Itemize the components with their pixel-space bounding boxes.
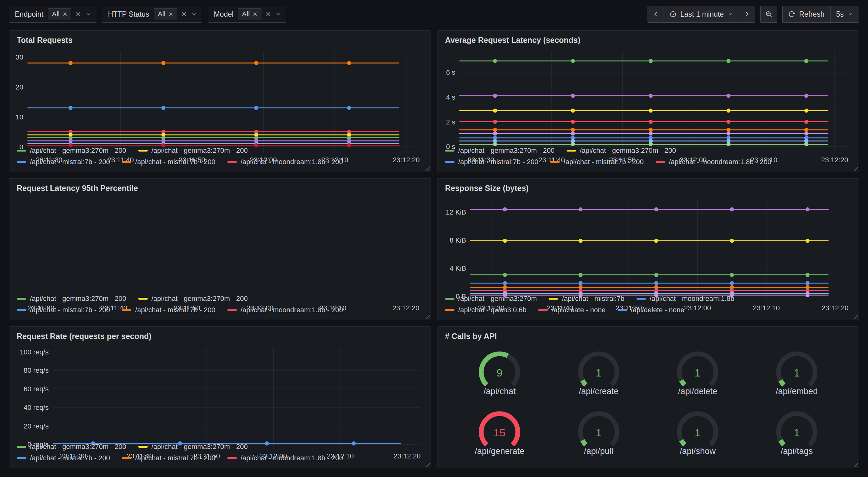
legend-item[interactable]: /api/chat - gemma3:270m - 200 — [17, 443, 126, 451]
legend-item[interactable]: /api/chat - mistral:7b - 200 — [17, 158, 110, 166]
gauge-arc: 1 — [769, 348, 825, 390]
filter-model-value-chip[interactable]: All × — [238, 8, 261, 20]
legend-label: /api/delete - none — [631, 306, 684, 314]
gauge-value: 1 — [695, 426, 701, 439]
gauge-arc: 1 — [570, 407, 627, 450]
remove-value-icon[interactable]: × — [63, 10, 67, 18]
clear-filter-icon[interactable]: × — [75, 10, 81, 19]
time-series-plot[interactable]: 0 B4 KiB8 KiB12 KiB23:11:3023:11:4023:11… — [442, 195, 854, 293]
time-range-picker[interactable]: Last 1 minute — [663, 6, 739, 23]
dashboard-toolbar: Endpoint All × × HTTP Status All × × Mod… — [0, 0, 868, 23]
svg-text:100 req/s: 100 req/s — [20, 348, 49, 356]
legend-item[interactable]: /api/chat - gemma3:270m - 200 — [445, 147, 555, 155]
time-series-plot[interactable]: 0 s2 s4 s6 s23:11:3023:11:4023:11:5023:1… — [442, 47, 854, 145]
legend-item[interactable]: /api/chat - mistral:7b — [549, 295, 624, 303]
chevron-down-icon[interactable] — [275, 11, 282, 17]
legend-item[interactable]: /api/chat - gemma3:270m - 200 — [567, 147, 676, 155]
legend-item[interactable]: /api/delete - none — [618, 306, 684, 314]
zoom-out-button[interactable] — [760, 6, 777, 23]
legend-item[interactable]: /api/chat - moondream:1.8b - 200 — [656, 158, 771, 166]
gauge-value: 9 — [497, 367, 503, 379]
dashboard-panel-grid: Total Requests 010203023:11:3023:11:4023… — [0, 23, 868, 477]
gauge-label: /api/show — [680, 446, 716, 456]
filter-model[interactable]: Model All × × — [208, 6, 286, 23]
legend-item[interactable]: /api/chat - mistral:7b - 200 — [122, 454, 215, 462]
legend-item[interactable]: /api/chat - mistral:7b - 200 — [122, 306, 215, 314]
zoom-out-icon — [765, 10, 773, 18]
time-controls: Last 1 minute Refresh 5s — [648, 6, 859, 23]
filter-http-status[interactable]: HTTP Status All × × — [102, 6, 202, 23]
chevron-down-icon[interactable] — [191, 11, 197, 17]
panel-title[interactable]: Request Rate (requests per second) — [9, 327, 431, 342]
legend-label: /api/chat - mistral:7b - 200 — [30, 454, 110, 462]
panel-title[interactable]: Total Requests — [9, 31, 431, 46]
series-color-swatch — [567, 150, 576, 152]
legend-item[interactable]: /api/chat - moondream:1.8b — [637, 295, 735, 303]
panel-title[interactable]: # Calls by API — [437, 327, 859, 342]
legend-row: /api/chat - gemma3:270m/api/chat - mistr… — [445, 295, 851, 303]
legend-label: /api/chat - gemma3:270m - 200 — [30, 295, 126, 303]
legend-item[interactable]: /api/chat - mistral:7b - 200 — [445, 158, 538, 166]
legend-item[interactable]: /api/chat - qwen3:0.6b — [445, 306, 526, 314]
filter-endpoint[interactable]: Endpoint All × × — [9, 6, 96, 23]
legend-label: /api/chat - moondream:1.8b — [650, 295, 735, 303]
remove-value-icon[interactable]: × — [168, 10, 173, 18]
clock-icon — [670, 11, 677, 18]
legend-label: /api/chat - gemma3:270m - 200 — [152, 295, 248, 303]
legend-item[interactable]: /api/chat - gemma3:270m - 200 — [138, 443, 248, 451]
filter-model-label: Model — [214, 10, 234, 19]
filter-endpoint-value-chip[interactable]: All × — [48, 8, 71, 20]
time-series-plot[interactable]: 23:11:3023:11:4023:11:5023:12:0023:12:10… — [14, 195, 426, 293]
series-color-swatch — [550, 161, 560, 163]
gauge-label: /api/embed — [776, 387, 818, 396]
filter-http-status-value-chip[interactable]: All × — [154, 8, 177, 20]
series-color-swatch — [227, 161, 237, 163]
legend-item[interactable]: /api/chat - gemma3:270m - 200 — [17, 147, 126, 155]
legend-item[interactable]: /api/create - none — [538, 306, 605, 314]
legend-label: /api/chat - mistral:7b — [562, 295, 624, 303]
chevron-down-icon[interactable] — [85, 11, 92, 17]
legend-item[interactable]: /api/chat - mistral:7b - 200 — [122, 158, 215, 166]
gauge-api-embed: 1/api/embed — [769, 348, 825, 396]
svg-text:20: 20 — [16, 83, 23, 91]
panel-title[interactable]: Response Size (bytes) — [437, 179, 859, 194]
legend-item[interactable]: /api/chat - moondream:1.8b - 200 — [227, 306, 343, 314]
legend-label: /api/chat - mistral:7b - 200 — [135, 454, 215, 462]
panel-title[interactable]: Request Latency 95th Percentile — [9, 179, 431, 194]
time-range-label: Last 1 minute — [680, 10, 724, 19]
legend-item[interactable]: /api/chat - mistral:7b - 200 — [17, 306, 110, 314]
time-series-plot[interactable]: 010203023:11:3023:11:4023:11:5023:12:002… — [14, 47, 426, 145]
filter-http-status-label: HTTP Status — [108, 10, 149, 19]
legend-item[interactable]: /api/chat - moondream:1.8b - 200 — [227, 158, 343, 166]
refresh-interval-picker[interactable]: 5s — [830, 6, 859, 23]
legend-item[interactable]: /api/chat - mistral:7b - 200 — [550, 158, 644, 166]
legend-row: /api/chat - qwen3:0.6b/api/create - none… — [445, 306, 851, 314]
legend-label: /api/chat - gemma3:270m - 200 — [152, 443, 248, 451]
gauge-value: 1 — [595, 367, 601, 379]
gauge-api-tags: 1/api/tags — [769, 407, 825, 456]
clear-filter-icon[interactable]: × — [266, 10, 271, 19]
gauge-value: 1 — [595, 426, 601, 439]
time-shift-back-button[interactable] — [648, 6, 664, 23]
legend-item[interactable]: /api/chat - gemma3:270m - 200 — [138, 295, 248, 303]
refresh-button[interactable]: Refresh — [782, 6, 831, 23]
time-series-plot[interactable]: 0 req/s20 req/s40 req/s60 req/s80 req/s1… — [14, 344, 426, 441]
series-color-swatch — [227, 457, 237, 459]
panel-title[interactable]: Average Request Latency (seconds) — [437, 31, 859, 46]
legend-item[interactable]: /api/chat - mistral:7b - 200 — [17, 454, 110, 462]
series-color-swatch — [445, 150, 455, 152]
time-shift-forward-button[interactable] — [739, 6, 755, 23]
legend-item[interactable]: /api/chat - gemma3:270m - 200 — [138, 147, 248, 155]
remove-value-icon[interactable]: × — [253, 10, 257, 18]
legend-item[interactable]: /api/chat - moondream:1.8b - 200 — [227, 454, 343, 462]
gauge-label: /api/tags — [781, 446, 813, 456]
series-color-swatch — [445, 161, 455, 163]
legend-label: /api/chat - gemma3:270m — [458, 295, 537, 303]
panel-average-request-latency: Average Request Latency (seconds) 0 s2 s… — [437, 30, 859, 172]
legend-item[interactable]: /api/chat - gemma3:270m — [445, 295, 537, 303]
legend-item[interactable]: /api/chat - gemma3:270m - 200 — [17, 295, 126, 303]
filter-endpoint-label: Endpoint — [15, 10, 43, 19]
svg-text:6 s: 6 s — [446, 68, 455, 76]
legend-row: /api/chat - gemma3:270m - 200/api/chat -… — [445, 147, 851, 155]
clear-filter-icon[interactable]: × — [181, 10, 186, 19]
